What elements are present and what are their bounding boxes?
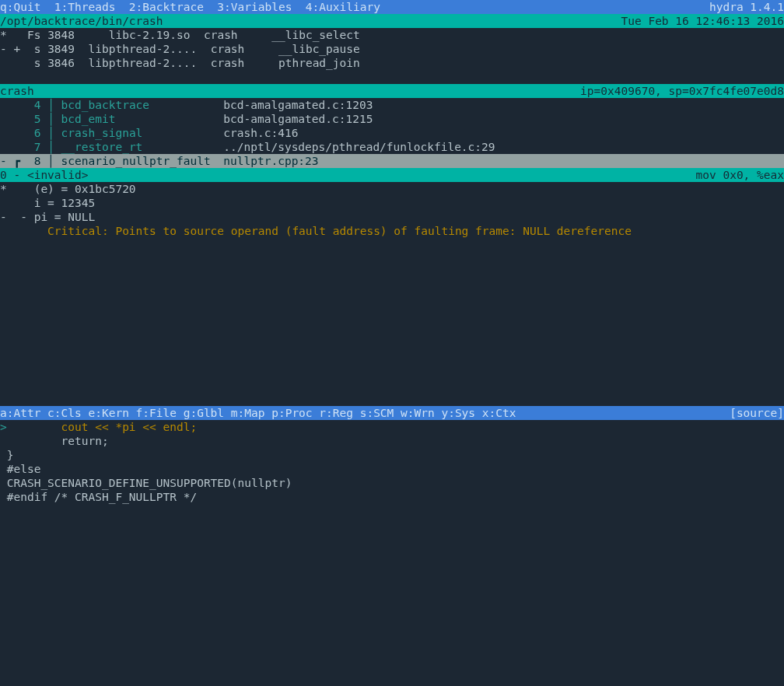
source-line[interactable]: } <box>0 448 784 462</box>
var-row[interactable]: * (e) = 0x1bc5720 <box>0 182 784 196</box>
var-row[interactable]: - - pi = NULL <box>0 210 784 224</box>
backtrace-pane[interactable]: 4 │ bcd_backtrace bcd-amalgamated.c:1203… <box>0 98 784 168</box>
menu-bar[interactable]: q:Quit 1:Threads 2:Backtrace 3:Variables… <box>0 0 784 14</box>
source-pane[interactable]: > cout << *pi << endl; return; } #else C… <box>0 420 784 686</box>
source-line[interactable]: CRASH_SCENARIO_DEFINE_UNSUPPORTED(nullpt… <box>0 476 784 490</box>
crash-label: crash <box>0 84 34 98</box>
variables-bar: 0 - <invalid> mov 0x0, %eax <box>0 168 784 182</box>
binary-path: /opt/backtrace/bin/crash <box>0 14 163 28</box>
thread-row[interactable]: * Fs 3848 libc-2.19.so crash __libc_sele… <box>0 28 784 42</box>
timestamp: Tue Feb 16 12:46:13 2016 <box>621 14 784 28</box>
source-line[interactable]: #else <box>0 462 784 476</box>
source-line-current[interactable]: > cout << *pi << endl; <box>0 420 784 434</box>
variables-label: 0 - <invalid> <box>0 168 89 182</box>
menu-items[interactable]: q:Quit 1:Threads 2:Backtrace 3:Variables… <box>0 0 380 14</box>
variables-pane[interactable]: * (e) = 0x1bc5720 i = 12345 - - pi = NUL… <box>0 182 784 406</box>
crash-registers: ip=0x409670, sp=0x7fc4fe07e0d8 <box>580 84 784 98</box>
frame-row[interactable]: 5 │ bcd_emit bcd-amalgamated.c:1215 <box>0 112 784 126</box>
source-menu-items[interactable]: a:Attr c:Cls e:Kern f:File g:Glbl m:Map … <box>0 406 516 420</box>
frame-row-selected[interactable]: - ┏ 8 │ scenario_nullptr_fault nullptr.c… <box>0 154 784 168</box>
critical-message: Critical: Points to source operand (faul… <box>0 224 784 238</box>
source-menu-bar[interactable]: a:Attr c:Cls e:Kern f:File g:Glbl m:Map … <box>0 406 784 420</box>
source-line[interactable]: return; <box>0 434 784 448</box>
disasm-instruction: mov 0x0, %eax <box>696 168 785 182</box>
frame-row[interactable]: 4 │ bcd_backtrace bcd-amalgamated.c:1203 <box>0 98 784 112</box>
var-row[interactable]: i = 12345 <box>0 196 784 210</box>
source-mode: [source] <box>730 406 784 420</box>
thread-row[interactable]: s 3846 libpthread-2.... crash pthread_jo… <box>0 56 784 70</box>
path-bar: /opt/backtrace/bin/crash Tue Feb 16 12:4… <box>0 14 784 28</box>
crash-bar: crash ip=0x409670, sp=0x7fc4fe07e0d8 <box>0 84 784 98</box>
spacer <box>0 70 784 84</box>
source-line[interactable]: #endif /* CRASH_F_NULLPTR */ <box>0 490 784 504</box>
threads-pane[interactable]: * Fs 3848 libc-2.19.so crash __libc_sele… <box>0 28 784 70</box>
app-version: hydra 1.4.1 <box>709 0 784 14</box>
frame-row[interactable]: 7 │ __restore_rt ../nptl/sysdeps/pthread… <box>0 140 784 154</box>
frame-row[interactable]: 6 │ crash_signal crash.c:416 <box>0 126 784 140</box>
thread-row[interactable]: - + s 3849 libpthread-2.... crash __libc… <box>0 42 784 56</box>
